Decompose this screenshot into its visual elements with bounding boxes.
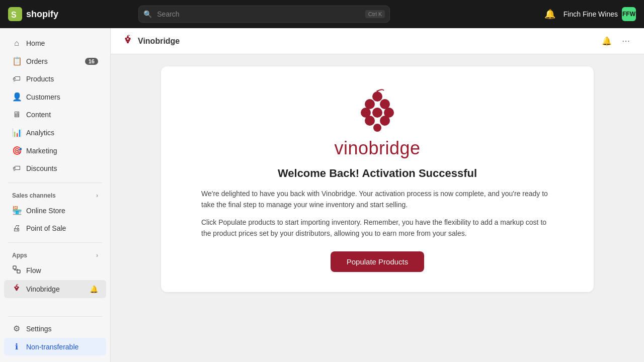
page-title: Vinobridge	[138, 37, 180, 46]
info-icon: ℹ	[12, 342, 21, 351]
flow-icon	[12, 265, 21, 276]
sidebar-divider-1	[8, 183, 102, 183]
settings-icon: ⚙	[12, 324, 21, 333]
sidebar-item-settings[interactable]: ⚙ Settings	[4, 320, 106, 337]
welcome-body-1: We're delighted to have you back with Vi…	[201, 188, 553, 211]
online-store-icon: 🏪	[12, 206, 21, 215]
sidebar-item-online-store[interactable]: 🏪 Online Store	[4, 202, 106, 219]
sidebar-item-customers[interactable]: 👤 Customers	[4, 88, 106, 106]
welcome-card: vinobridge Welcome Back! Activation Succ…	[161, 66, 594, 292]
svg-rect-2	[13, 266, 16, 269]
sidebar-item-marketing[interactable]: 🎯 Marketing	[4, 142, 106, 159]
discounts-icon: 🏷	[12, 164, 21, 173]
customers-icon: 👤	[12, 92, 21, 102]
svg-point-19	[365, 99, 375, 109]
search-shortcut: Ctrl K	[365, 10, 385, 18]
sidebar-divider-2	[8, 242, 102, 243]
app-layout: ⌂ Home 📋 Orders 16 🏷 Products 👤 Customer…	[0, 28, 644, 362]
svg-point-25	[380, 116, 390, 126]
sidebar-label-marketing: Marketing	[26, 147, 57, 155]
populate-products-button[interactable]: Populate Products	[331, 251, 425, 272]
welcome-body-2: Click Populate products to start importi…	[201, 217, 553, 239]
vinobridge-grape-icon	[12, 284, 21, 294]
sidebar-item-point-of-sale[interactable]: 🖨 Point of Sale	[4, 220, 106, 237]
sidebar-divider-3	[8, 316, 102, 317]
sales-channels-label: Sales channels	[12, 192, 56, 199]
content-icon: 🖥	[12, 110, 21, 119]
sales-channels-chevron-icon: ›	[96, 192, 98, 199]
sidebar-label-analytics: Analytics	[26, 129, 54, 137]
sidebar: ⌂ Home 📋 Orders 16 🏷 Products 👤 Customer…	[0, 28, 111, 362]
welcome-title: Welcome Back! Activation Successful	[181, 167, 574, 180]
sidebar-label-online-store: Online Store	[26, 207, 65, 215]
sidebar-label-orders: Orders	[26, 57, 48, 65]
topbar: S shopify 🔍 Ctrl K 🔔 Finch Fine Wines FF…	[0, 0, 644, 28]
orders-badge: 16	[85, 58, 98, 65]
sidebar-label-non-transferable: Non-transferable	[26, 343, 78, 351]
svg-text:S: S	[11, 11, 17, 19]
sidebar-item-content[interactable]: 🖥 Content	[4, 106, 106, 123]
svg-rect-3	[17, 270, 20, 273]
svg-point-26	[373, 124, 381, 132]
svg-point-9	[16, 289, 18, 291]
shopify-logo-icon: S	[8, 7, 22, 21]
sidebar-item-analytics[interactable]: 📊 Analytics	[4, 124, 106, 141]
svg-point-4	[16, 285, 18, 287]
sidebar-label-home: Home	[26, 39, 45, 47]
sidebar-label-discounts: Discounts	[26, 164, 57, 172]
sidebar-item-orders[interactable]: 📋 Orders 16	[4, 52, 106, 70]
sidebar-bottom-section: ⚙ Settings ℹ Non-transferable	[0, 311, 110, 358]
sidebar-label-products: Products	[26, 75, 54, 83]
sidebar-item-non-transferable[interactable]: ℹ Non-transferable	[4, 338, 106, 355]
orders-icon: 📋	[12, 56, 21, 66]
page-header-actions: 🔔 ⋯	[600, 34, 632, 48]
svg-point-16	[127, 41, 129, 43]
svg-point-22	[372, 108, 382, 118]
main-content: Vinobridge 🔔 ⋯	[111, 28, 644, 362]
apps-label: Apps	[12, 252, 27, 259]
sidebar-item-discounts[interactable]: 🏷 Discounts	[4, 160, 106, 177]
sidebar-item-flow[interactable]: Flow	[4, 261, 106, 280]
sidebar-label-content: Content	[26, 111, 51, 119]
content-area: vinobridge Welcome Back! Activation Succ…	[111, 54, 644, 304]
store-name: Finch Fine Wines	[564, 10, 618, 18]
vinobridge-logo-svg	[355, 86, 400, 132]
analytics-icon: 📊	[12, 128, 21, 137]
store-selector[interactable]: Finch Fine Wines FFW	[564, 7, 636, 21]
apps-chevron-icon: ›	[96, 252, 98, 259]
page-more-button[interactable]: ⋯	[620, 34, 632, 48]
sidebar-item-home[interactable]: ⌂ Home	[4, 35, 106, 52]
products-icon: 🏷	[12, 74, 21, 83]
sidebar-label-pos: Point of Sale	[26, 224, 66, 232]
svg-point-11	[127, 36, 129, 38]
page-grape-icon	[123, 35, 133, 47]
pos-icon: 🖨	[12, 224, 21, 233]
svg-point-24	[365, 116, 375, 126]
search-bar: 🔍 Ctrl K	[138, 6, 390, 23]
svg-point-18	[372, 92, 382, 102]
page-bell-button[interactable]: 🔔	[600, 34, 614, 48]
shopify-logo[interactable]: S shopify	[8, 7, 58, 21]
sidebar-item-vinobridge[interactable]: Vinobridge 🔔	[4, 280, 106, 298]
vinobridge-wordmark: vinobridge	[181, 138, 574, 159]
search-input[interactable]	[138, 6, 390, 23]
notification-bell-button[interactable]: 🔔	[542, 7, 557, 22]
sidebar-sales-channels-section: Sales channels › 🏪 Online Store 🖨 Point …	[0, 186, 110, 239]
sidebar-item-products[interactable]: 🏷 Products	[4, 70, 106, 87]
page-header-left: Vinobridge	[123, 35, 180, 47]
search-icon: 🔍	[143, 10, 152, 18]
topbar-right: 🔔 Finch Fine Wines FFW	[542, 7, 636, 22]
home-icon: ⌂	[12, 39, 21, 48]
sidebar-label-flow: Flow	[26, 266, 41, 275]
page-header: Vinobridge 🔔 ⋯	[111, 28, 644, 54]
vinobridge-logo-wrap: vinobridge	[181, 86, 574, 159]
sidebar-label-customers: Customers	[26, 93, 60, 101]
sidebar-main-section: ⌂ Home 📋 Orders 16 🏷 Products 👤 Customer…	[0, 32, 110, 179]
sidebar-apps-section: Apps › Flow	[0, 246, 110, 301]
sales-channels-header: Sales channels ›	[4, 188, 106, 201]
shopify-wordmark: shopify	[26, 9, 58, 20]
marketing-icon: 🎯	[12, 146, 21, 155]
vinobridge-bell-icon: 🔔	[90, 285, 98, 293]
sidebar-label-settings: Settings	[26, 325, 52, 333]
store-avatar: FFW	[622, 7, 636, 21]
